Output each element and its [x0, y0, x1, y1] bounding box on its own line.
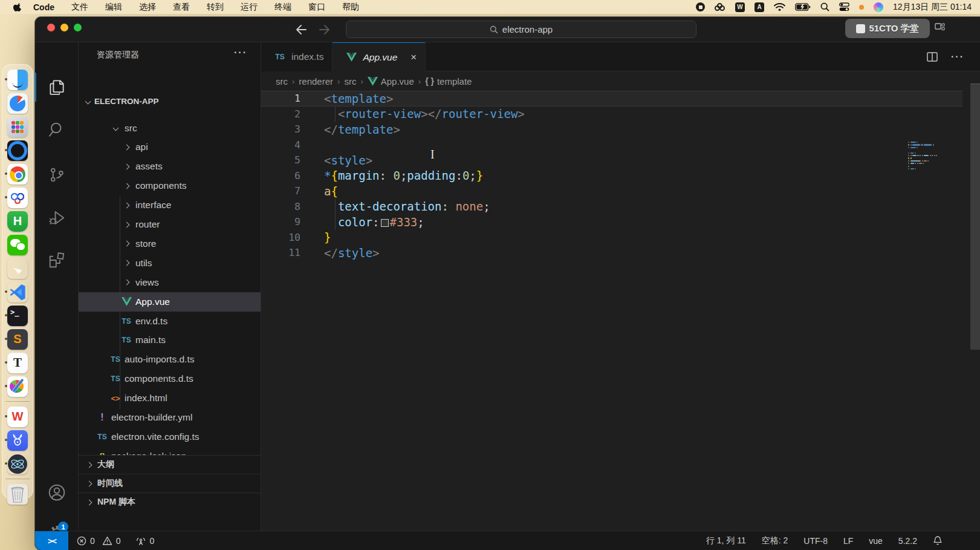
dock-netdisk-icon[interactable] — [7, 188, 28, 208]
sidebar-section-NPM 脚本[interactable]: NPM 脚本 — [79, 493, 261, 511]
tab-index.ts[interactable]: TSindex.ts — [261, 42, 333, 71]
sidebar-more-actions-icon[interactable]: ··· — [234, 47, 247, 58]
dock-item-vscode[interactable] — [4, 281, 31, 303]
tree-folder-router[interactable]: router — [79, 215, 261, 234]
breadcrumb-item-template[interactable]: { }template — [425, 76, 472, 87]
breadcrumb-item-renderer[interactable]: renderer — [299, 76, 333, 87]
ports-indicator[interactable]: 0 — [135, 536, 155, 546]
command-center-search[interactable]: electron-app — [346, 21, 696, 38]
dock-item-dingtalk[interactable] — [4, 257, 31, 280]
dock-terminal-icon[interactable]: >_ — [7, 306, 28, 326]
dock-item-quicktime[interactable] — [4, 139, 31, 162]
maximize-window-button[interactable] — [74, 24, 82, 31]
scrollbar[interactable] — [970, 83, 980, 350]
tree-folder-src[interactable]: src — [79, 119, 261, 138]
dock-quicktime-icon[interactable] — [7, 140, 28, 161]
split-editor-icon[interactable] — [927, 52, 938, 62]
tree-file-electron-builder.yml[interactable]: !electron-builder.yml — [79, 408, 261, 427]
editor-more-actions-icon[interactable]: ··· — [951, 51, 964, 62]
eol[interactable]: LF — [843, 536, 853, 546]
editor-group[interactable]: TSindex.tsApp.vue× ··· src›renderer›src›… — [261, 42, 980, 531]
siri-icon[interactable] — [874, 2, 883, 12]
dock-item-launchpad[interactable] — [4, 116, 31, 138]
dock-item-safari[interactable] — [4, 92, 31, 114]
dock-wps-icon[interactable]: W — [7, 407, 28, 427]
wps-menu-icon[interactable]: W — [735, 2, 745, 12]
menu-item-帮助[interactable]: 帮助 — [342, 2, 359, 11]
remote-indicator[interactable]: >< — [35, 531, 68, 550]
cursor-position[interactable]: 行 1, 列 11 — [706, 535, 746, 546]
tree-file-electron.vite.config.ts[interactable]: TSelectron.vite.config.ts — [79, 427, 261, 447]
dock-finder-icon[interactable] — [7, 70, 28, 90]
sidebar-section-大纲[interactable]: 大纲 — [79, 455, 261, 474]
menu-clock[interactable]: 12月13日 周三 01:14 — [893, 2, 972, 13]
forward-button[interactable] — [317, 21, 334, 38]
dock-item-deer[interactable] — [4, 429, 31, 451]
menu-item-文件[interactable]: 文件 — [71, 2, 88, 11]
indentation[interactable]: 空格: 2 — [762, 535, 788, 546]
menu-item-运行[interactable]: 运行 — [241, 2, 258, 11]
dock-item-sublime[interactable]: S — [4, 328, 31, 350]
menu-item-查看[interactable]: 查看 — [173, 2, 190, 11]
menu-app-name[interactable]: Code — [33, 2, 54, 12]
dock-item-electron[interactable] — [4, 453, 31, 475]
clover-icon[interactable] — [715, 3, 725, 11]
dock-item-textedit[interactable]: T — [4, 352, 31, 374]
dock-launchpad-icon[interactable] — [7, 117, 28, 137]
workspace-root-row[interactable]: ELECTRON-APP — [79, 93, 261, 110]
extensions-icon[interactable] — [35, 246, 79, 275]
dock-item-wps[interactable]: W — [4, 405, 31, 428]
dock-item-netdisk[interactable] — [4, 186, 31, 209]
dock-trash-icon[interactable] — [7, 484, 28, 505]
tree-folder-store[interactable]: store — [79, 234, 261, 254]
menu-item-选择[interactable]: 选择 — [139, 2, 156, 11]
extension-version[interactable]: 5.2.2 — [898, 536, 917, 546]
language-mode[interactable]: vue — [869, 536, 883, 546]
breadcrumb-item-src[interactable]: src — [276, 76, 288, 87]
title-bar[interactable]: electron-app 51CTO 学堂 — [35, 17, 980, 42]
dock-safari-icon[interactable] — [7, 93, 28, 114]
dock-item-paintbrush[interactable] — [4, 375, 31, 398]
code-area[interactable]: I 1<template>2 <router-view></router-vie… — [261, 91, 980, 531]
sidebar-section-时间线[interactable]: 时间线 — [79, 474, 261, 493]
dock-electron-icon[interactable] — [7, 454, 28, 474]
battery-icon[interactable] — [795, 3, 811, 11]
dock-vscode-icon[interactable] — [7, 282, 28, 303]
dock-item-chrome[interactable] — [4, 163, 31, 185]
dock-wechat-icon[interactable] — [7, 235, 28, 255]
dock-item-wechat[interactable] — [4, 234, 31, 256]
tree-file-index.html[interactable]: <>index.html — [79, 388, 261, 408]
record-icon[interactable] — [696, 2, 705, 11]
run-debug-icon[interactable] — [35, 203, 79, 232]
spotlight-icon[interactable] — [820, 2, 829, 11]
dock-paintbrush-icon[interactable] — [7, 376, 28, 397]
tree-folder-assets[interactable]: assets — [79, 157, 261, 176]
tree-folder-components[interactable]: components — [79, 176, 261, 195]
apple-menu-icon[interactable] — [13, 2, 22, 11]
dock-chrome-icon[interactable] — [7, 164, 28, 185]
dock-dingtalk-icon[interactable] — [7, 258, 28, 279]
encoding[interactable]: UTF-8 — [803, 536, 828, 546]
close-window-button[interactable] — [47, 24, 55, 31]
dock-item-finder[interactable] — [4, 68, 31, 91]
tab-App.vue[interactable]: App.vue× — [333, 42, 426, 71]
tree-file-App.vue[interactable]: App.vue — [79, 292, 261, 312]
tree-folder-api[interactable]: api — [79, 137, 261, 157]
tree-folder-utils[interactable]: utils — [79, 254, 261, 273]
menu-item-终端[interactable]: 终端 — [274, 2, 291, 11]
control-center-icon[interactable] — [839, 2, 849, 11]
account-icon[interactable] — [35, 478, 79, 507]
tree-file-components.d.ts[interactable]: TScomponents.d.ts — [79, 369, 261, 388]
minimize-window-button[interactable] — [60, 24, 68, 31]
assistant-menu-icon[interactable]: A — [754, 2, 764, 12]
problems-indicator[interactable]: 0 0 — [77, 536, 121, 546]
dock-item-hbuilderx[interactable]: H — [4, 210, 31, 232]
wifi-icon[interactable] — [774, 3, 785, 11]
menu-item-编辑[interactable]: 编辑 — [105, 2, 122, 11]
breadcrumb-item-src[interactable]: src — [344, 76, 356, 87]
back-button[interactable] — [292, 21, 309, 38]
dock-sublime-icon[interactable]: S — [7, 329, 28, 350]
menu-item-窗口[interactable]: 窗口 — [308, 2, 325, 11]
dock-item-trash[interactable] — [4, 483, 31, 505]
dock-deer-icon[interactable] — [7, 430, 28, 451]
